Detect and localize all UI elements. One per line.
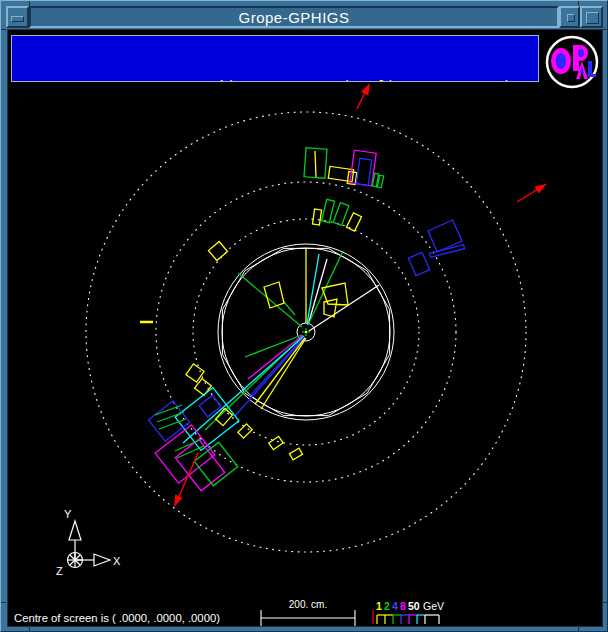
- axes-indicator: Y X Z: [56, 508, 121, 577]
- iconify-icon: [567, 14, 575, 22]
- ecal-cluster: [356, 158, 372, 185]
- titlebar-drag-area[interactable]: Grope-GPHIGS: [29, 6, 559, 28]
- histogram-bar: [346, 213, 361, 231]
- legend-unit: GeV: [423, 600, 444, 612]
- scale-label: 200. cm.: [289, 599, 327, 610]
- arrow-shaft: [517, 189, 538, 202]
- hcal-hit: [269, 436, 283, 449]
- right-calorimeter-cluster: [408, 220, 464, 276]
- hcal-hit: [208, 242, 227, 261]
- bottom-left-jet-cluster: [148, 388, 238, 491]
- energy-wedge: [324, 299, 337, 317]
- cluster-stripe: [157, 412, 184, 422]
- opal-logo-icon: [545, 35, 599, 89]
- legend-value: 2: [384, 600, 390, 612]
- legend-value: 50: [408, 600, 420, 612]
- legend-value: 1: [376, 600, 382, 612]
- top-calorimeter-cluster: [304, 148, 384, 188]
- info-line-1: Run:event 8404:132137 Ctrk(N= 25 Sump=14…: [19, 77, 538, 82]
- maximize-button[interactable]: [580, 6, 603, 28]
- energy-histogram-bars: [312, 199, 361, 231]
- track: [235, 337, 305, 416]
- track: [238, 273, 302, 327]
- y-axis-arrowhead: [69, 521, 81, 540]
- ecal-cluster: [428, 220, 462, 252]
- hcal-hit: [289, 448, 302, 460]
- legend-comb: [373, 610, 439, 624]
- arrow-head: [536, 185, 545, 192]
- histogram-bar: [312, 209, 321, 225]
- arrow-shaft: [177, 453, 198, 501]
- track: [309, 285, 379, 331]
- ecal-cluster: [350, 150, 376, 186]
- ecal-cluster: [408, 252, 429, 275]
- maximize-icon: [586, 12, 599, 24]
- histogram-bar: [321, 199, 334, 222]
- track: [249, 337, 304, 397]
- ecal-cluster: [199, 395, 221, 416]
- display-canvas: Y X Z Centre of screen is ( .0000, .0000…: [7, 29, 603, 627]
- track: [255, 338, 305, 404]
- legend-value: 4: [392, 600, 398, 612]
- hcal-hit: [238, 424, 252, 438]
- window-menu-button[interactable]: [6, 6, 29, 28]
- cluster-divider: [315, 151, 316, 177]
- y-axis-label: Y: [64, 508, 72, 520]
- vertex-marker: [302, 328, 310, 336]
- scale-bar: 200. cm.: [261, 599, 355, 626]
- titlebar[interactable]: Grope-GPHIGS: [6, 6, 603, 28]
- arrow-head: [175, 496, 181, 506]
- z-axis-label: Z: [56, 565, 63, 577]
- x-axis-label: X: [113, 555, 121, 567]
- cluster-stripe: [155, 405, 182, 415]
- frame-cut: [1, 602, 6, 603]
- histogram-bar: [333, 203, 349, 226]
- left-hits: [140, 242, 228, 322]
- ecal-cluster: [148, 401, 189, 441]
- legend-value: 8: [400, 600, 406, 612]
- event-display[interactable]: Y X Z Centre of screen is ( .0000, .0000…: [8, 30, 602, 626]
- iconify-button[interactable]: [559, 6, 580, 28]
- centre-status-text: Centre of screen is ( .0000, .0000, .000…: [14, 613, 220, 624]
- track: [248, 335, 303, 379]
- window-title: Grope-GPHIGS: [238, 9, 349, 26]
- energy-scale-legend: 1 2 4 8 50 GeV: [373, 600, 444, 624]
- frame-cut: [1, 29, 6, 30]
- window-menu-icon: [11, 16, 24, 22]
- x-axis-arrowhead: [94, 554, 110, 566]
- grope-gphigs-window: Grope-GPHIGS: [0, 0, 608, 632]
- arrow-head: [362, 85, 369, 94]
- event-info-panel: Run:event 8404:132137 Ctrk(N= 25 Sump=14…: [11, 35, 539, 82]
